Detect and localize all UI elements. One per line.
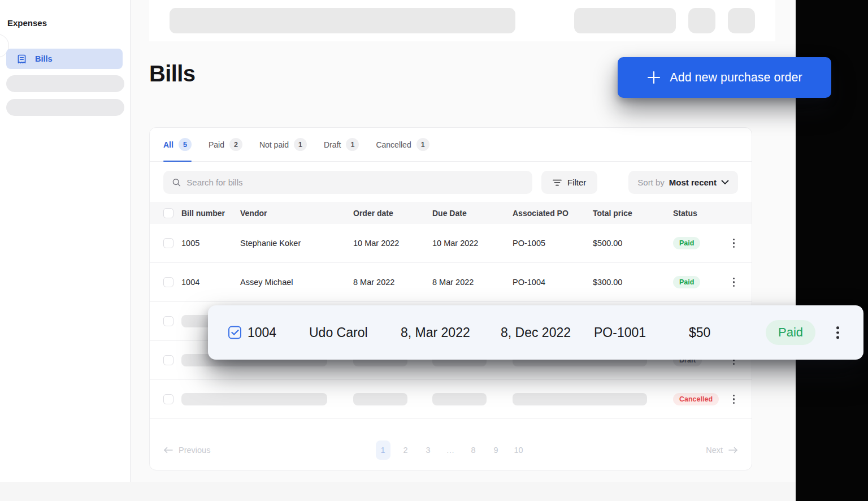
- col-bill-number: Bill number: [181, 209, 240, 218]
- tab-paid[interactable]: Paid 2: [209, 128, 242, 161]
- bills-card: All 5 Paid 2 Not paid 1 Draft 1 Cancelle…: [149, 127, 752, 470]
- table-row-skeleton: Cancelled: [150, 380, 752, 419]
- tab-all-label: All: [163, 140, 173, 149]
- row-menu-button[interactable]: [730, 392, 739, 407]
- cell-order-date: 8 Mar 2022: [353, 278, 432, 287]
- header-skeleton-icon-2: [728, 8, 755, 33]
- page-title: Bills: [149, 61, 195, 87]
- select-all-checkbox[interactable]: [163, 208, 173, 218]
- sidebar-skeleton-2: [6, 99, 124, 116]
- page-number-1[interactable]: 1: [376, 440, 390, 460]
- status-badge: Cancelled: [673, 393, 719, 405]
- row-checkbox[interactable]: [163, 355, 173, 365]
- cell-vendor: Assey Michael: [240, 278, 353, 287]
- sidebar-item-label: Bills: [35, 54, 53, 63]
- page-number-10[interactable]: 10: [511, 440, 526, 460]
- row-checkbox[interactable]: [163, 394, 173, 404]
- pagination-next[interactable]: Next: [706, 446, 738, 455]
- cell-total-price: $500.00: [593, 239, 673, 248]
- row-checkbox[interactable]: [163, 316, 173, 326]
- dragged-associated-po: PO-1001: [594, 325, 646, 340]
- dragged-vendor: Udo Carol: [309, 325, 368, 340]
- cell-vendor: Stephanie Koker: [240, 239, 353, 248]
- cell-bill-number: 1004: [181, 278, 240, 287]
- dragged-status-badge: Paid: [766, 320, 815, 345]
- tab-not-paid[interactable]: Not paid 1: [259, 128, 307, 161]
- col-due-date: Due Date: [432, 209, 513, 218]
- col-total-price: Total price: [593, 209, 673, 218]
- skeleton-cell: [432, 393, 487, 405]
- cell-order-date: 10 Mar 2022: [353, 239, 432, 248]
- search-input[interactable]: [186, 178, 524, 187]
- sort-by-label: Sort by: [637, 178, 665, 187]
- chevron-down-icon: [721, 180, 729, 185]
- top-header-bar: [149, 0, 775, 41]
- receipt-icon: [16, 54, 27, 64]
- dragged-total-price: $50: [689, 325, 710, 340]
- skeleton-cell: [513, 393, 647, 405]
- status-badge: Paid: [673, 237, 700, 249]
- previous-label: Previous: [179, 446, 210, 455]
- cell-due-date: 10 Mar 2022: [432, 239, 513, 248]
- dragged-row[interactable]: 1004 Udo Carol 8, Mar 2022 8, Dec 2022 P…: [208, 305, 863, 360]
- skeleton-cell: [353, 393, 407, 405]
- table-toolbar: Filter Sort by Most recent: [150, 162, 752, 202]
- header-skeleton-search: [170, 8, 515, 33]
- row-checkbox[interactable]: [163, 277, 173, 287]
- cell-total-price: $300.00: [593, 278, 673, 287]
- cell-associated-po: PO-1005: [513, 239, 593, 248]
- tab-cancelled-label: Cancelled: [376, 140, 411, 149]
- row-checkbox[interactable]: [163, 238, 173, 248]
- sidebar-item-bills[interactable]: Bills: [6, 49, 123, 69]
- tab-draft[interactable]: Draft 1: [324, 128, 359, 161]
- cell-due-date: 8 Mar 2022: [432, 278, 513, 287]
- table-row: 1004 Assey Michael 8 Mar 2022 8 Mar 2022…: [150, 263, 752, 302]
- dragged-bill-number: 1004: [248, 325, 276, 340]
- add-purchase-order-label: Add new purchase order: [670, 71, 802, 85]
- tab-draft-count: 1: [346, 138, 359, 151]
- sidebar: Expenses Bills: [0, 0, 131, 482]
- dragged-due-date: 8, Dec 2022: [501, 325, 571, 340]
- col-status: Status: [673, 209, 727, 218]
- tab-cancelled[interactable]: Cancelled 1: [376, 128, 429, 161]
- sidebar-skeleton-1: [6, 75, 124, 92]
- page-number-8[interactable]: 8: [466, 440, 481, 460]
- col-vendor: Vendor: [240, 209, 353, 218]
- row-menu-button[interactable]: [730, 236, 739, 250]
- tab-all-count: 5: [179, 138, 192, 151]
- search-box[interactable]: [163, 171, 532, 194]
- next-label: Next: [706, 446, 723, 455]
- cell-associated-po: PO-1004: [513, 278, 593, 287]
- add-purchase-order-button[interactable]: Add new purchase order: [618, 57, 831, 98]
- search-icon: [172, 178, 181, 187]
- skeleton-cell: [181, 393, 327, 405]
- cell-bill-number: 1005: [181, 239, 240, 248]
- page-numbers: 1 2 3 ... 8 9 10: [376, 440, 526, 460]
- page-number-2[interactable]: 2: [398, 440, 413, 460]
- sort-button[interactable]: Sort by Most recent: [628, 171, 738, 194]
- tab-not-paid-label: Not paid: [259, 140, 289, 149]
- tab-all[interactable]: All 5: [163, 128, 192, 161]
- pagination: Previous 1 2 3 ... 8 9 10 Next: [150, 430, 752, 470]
- header-skeleton-pill: [574, 8, 676, 33]
- table-row: 1005 Stephanie Koker 10 Mar 2022 10 Mar …: [150, 224, 752, 263]
- tab-draft-label: Draft: [324, 140, 341, 149]
- arrow-left-icon: [163, 447, 173, 454]
- filter-icon: [553, 179, 562, 187]
- tab-paid-label: Paid: [209, 140, 224, 149]
- page-ellipsis: ...: [444, 440, 458, 460]
- dragged-order-date: 8, Mar 2022: [401, 325, 470, 340]
- filter-button[interactable]: Filter: [541, 171, 597, 194]
- page-number-9[interactable]: 9: [489, 440, 504, 460]
- plus-icon: [646, 70, 661, 85]
- row-menu-button[interactable]: [730, 275, 739, 290]
- arrow-right-icon: [728, 447, 738, 454]
- dragged-row-menu-button[interactable]: [836, 326, 839, 339]
- sidebar-title: Expenses: [7, 18, 130, 28]
- status-tabs: All 5 Paid 2 Not paid 1 Draft 1 Cancelle…: [150, 128, 752, 162]
- page-number-3[interactable]: 3: [421, 440, 436, 460]
- pagination-previous[interactable]: Previous: [163, 446, 210, 455]
- check-icon: [231, 330, 239, 336]
- dragged-row-checkbox-checked[interactable]: [228, 326, 241, 339]
- tab-cancelled-count: 1: [416, 138, 429, 151]
